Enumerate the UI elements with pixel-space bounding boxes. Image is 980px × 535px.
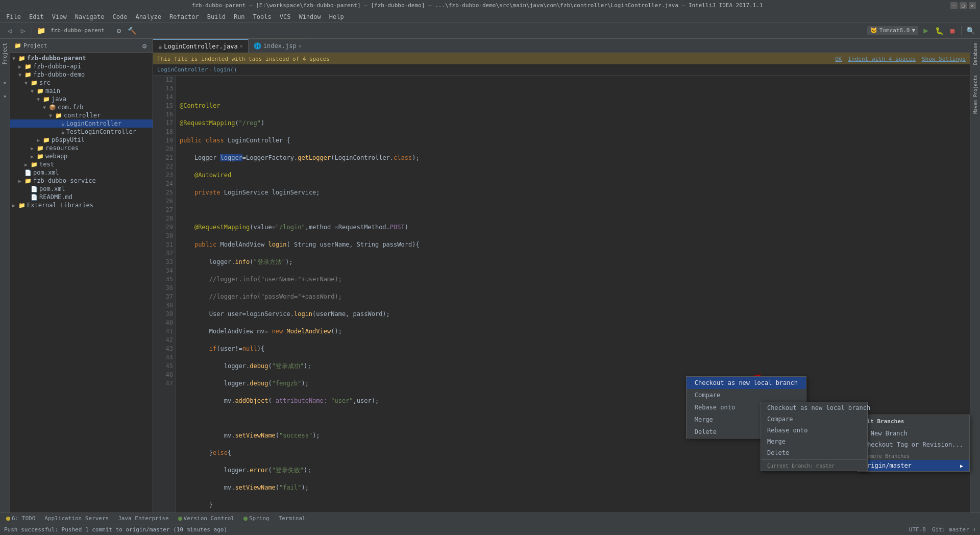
run-config-name: Tomcat8.0 xyxy=(879,27,910,34)
debug-button[interactable]: 🐛 xyxy=(934,25,945,36)
menu-build[interactable]: Build xyxy=(203,12,230,21)
tree-item-externallibraries[interactable]: ▶📁External Libraries xyxy=(10,201,153,209)
tree-arrow: ▼ xyxy=(37,96,43,102)
maven-icon[interactable]: Maven Projects xyxy=(972,73,979,116)
search-button[interactable]: 🔍 xyxy=(965,25,976,36)
breadcrumb-bar: LoginController › login() xyxy=(153,64,970,76)
tab-login-controller[interactable]: ☕ LoginController.java × xyxy=(153,39,249,53)
menu-code[interactable]: Code xyxy=(109,12,132,21)
menu-window[interactable]: Window xyxy=(295,12,325,21)
tree-label: TestLoginController xyxy=(66,128,136,135)
tree-item-fzb-dubbo-demo[interactable]: ▼📁fzb-dubbo-demo xyxy=(10,70,153,79)
app-servers-label: Application Servers xyxy=(44,515,109,522)
run-config[interactable]: 🐱 Tomcat8.0 ▼ xyxy=(867,26,918,35)
ok-button[interactable]: OK xyxy=(835,56,842,62)
java-enterprise-button[interactable]: Java Enterprise xyxy=(114,515,173,522)
tree-item-com.fzb[interactable]: ▼📦com.fzb xyxy=(10,103,153,111)
tree-item-readme.md[interactable]: 📄README.md xyxy=(10,193,153,201)
tree-label: fzb-dubbo-demo xyxy=(33,71,85,78)
project-icon: 📁 xyxy=(14,42,21,49)
back-button[interactable]: ◁ xyxy=(4,25,15,36)
show-settings-link[interactable]: Show Settings xyxy=(922,56,966,62)
warning-message: This file is indented with tabs instead … xyxy=(157,56,330,62)
tab-close2[interactable]: × xyxy=(299,43,302,49)
tree-item-logincontroller[interactable]: ☕LoginController xyxy=(10,119,153,128)
tree-item-java[interactable]: ▼📁java xyxy=(10,95,153,103)
tree-item-pom.xml[interactable]: 📄pom.xml xyxy=(10,185,153,193)
tree-arrow: ▼ xyxy=(12,56,18,61)
maximize-button[interactable]: □ xyxy=(960,2,967,9)
delete-sub[interactable]: Delete xyxy=(761,447,867,458)
minimize-button[interactable]: – xyxy=(950,2,958,9)
new-branch-item[interactable]: + New Branch xyxy=(857,427,969,439)
tree-item-fzb-dubbo-service[interactable]: ▶📁fzb-dubbo-service xyxy=(10,177,153,185)
title-text: fzb-dubbo-parent – [E:\workspace\fzb-dub… xyxy=(4,2,950,9)
editor-tabs: ☕ LoginController.java × 🌐 index.jsp × xyxy=(153,39,970,53)
ctx-checkout-new[interactable]: Checkout as new local branch xyxy=(687,377,806,389)
checkout-tag-item[interactable]: Checkout Tag or Revision... xyxy=(857,439,969,450)
tree-item-test[interactable]: ▶📁test xyxy=(10,160,153,168)
status-bar: Push successful: Pushed 1 commit to orig… xyxy=(0,524,980,535)
tree-item-main[interactable]: ▼📁main xyxy=(10,87,153,95)
tree-item-controller[interactable]: ▼📁controller xyxy=(10,111,153,119)
tree-item-fzb-dubbo-parent[interactable]: ▼📁fzb-dubbo-parent xyxy=(10,54,153,62)
breadcrumb-login-method[interactable]: login() xyxy=(213,66,237,73)
version-control-label: Version Control xyxy=(184,515,234,522)
project-panel-toggle[interactable]: Project xyxy=(1,41,9,66)
terminal-button[interactable]: Terminal xyxy=(275,515,310,522)
close-button[interactable]: × xyxy=(969,2,976,9)
indent-button[interactable]: Indent with 4 spaces xyxy=(848,56,915,62)
tree-item-fzb-dubbo-api[interactable]: ▶📁fzb-dubbo-api xyxy=(10,62,153,70)
tree-item-testlogincontroller[interactable]: ☕TestLoginController xyxy=(10,128,153,136)
tree-icon: 📁 xyxy=(18,202,26,209)
tree-icon: 📄 xyxy=(31,186,38,192)
menu-help[interactable]: Help xyxy=(325,12,348,21)
tree-item-pom.xml[interactable]: 📄pom.xml xyxy=(10,168,153,177)
settings-button[interactable]: ⚙ xyxy=(113,25,125,36)
tab-close[interactable]: × xyxy=(240,43,243,49)
menu-refactor[interactable]: Refactor xyxy=(165,12,203,21)
ctx-compare[interactable]: Compare xyxy=(687,389,806,401)
tree-item-webapp[interactable]: ▶📁webapp xyxy=(10,152,153,160)
tree-arrow: ▶ xyxy=(24,162,31,167)
menu-navigate[interactable]: Navigate xyxy=(71,12,109,21)
menu-edit[interactable]: Edit xyxy=(25,12,48,21)
terminal-label: Terminal xyxy=(279,515,306,522)
tab-index-jsp[interactable]: 🌐 index.jsp × xyxy=(249,39,307,53)
app-servers-button[interactable]: Application Servers xyxy=(40,515,113,522)
git-branch-label[interactable]: Git: master ↑ xyxy=(932,526,976,533)
compare-sub[interactable]: Compare xyxy=(761,414,867,425)
tree-item-resources[interactable]: ▶📁resources xyxy=(10,144,153,152)
menu-view[interactable]: View xyxy=(48,12,71,21)
origin-master-item[interactable]: origin/master ▶ xyxy=(857,460,969,471)
rebase-onto-sub[interactable]: Rebase onto xyxy=(761,425,867,436)
version-control-button[interactable]: Version Control xyxy=(174,515,238,522)
menu-tools[interactable]: Tools xyxy=(249,12,276,21)
encoding-label[interactable]: UTF-8 xyxy=(909,526,926,533)
tree-icon: ☕ xyxy=(61,120,65,127)
tab-label: LoginController.java xyxy=(164,43,238,50)
todo-button[interactable]: 6: TODO xyxy=(2,515,39,522)
tree-item-src[interactable]: ▼📁src xyxy=(10,79,153,87)
panel-settings[interactable]: ⚙ xyxy=(140,42,149,50)
tree-icon: 📁 xyxy=(37,88,44,94)
structure-button[interactable]: ≡ xyxy=(0,78,11,89)
tree-label: p6spyUtil xyxy=(52,136,85,143)
favorites-button[interactable]: ★ xyxy=(0,90,11,101)
menu-analyze[interactable]: Analyze xyxy=(131,12,165,21)
menu-vcs[interactable]: VCS xyxy=(276,12,295,21)
tab-icon2: 🌐 xyxy=(254,42,261,50)
menu-file[interactable]: File xyxy=(2,12,25,21)
run-button[interactable]: ▶ xyxy=(920,25,932,36)
build-button[interactable]: 🔨 xyxy=(127,25,138,36)
database-icon[interactable]: Database xyxy=(972,41,979,67)
stop-button[interactable]: ■ xyxy=(947,25,958,36)
spring-button[interactable]: Spring xyxy=(239,515,274,522)
breadcrumb-login-controller[interactable]: LoginController xyxy=(157,66,208,73)
menu-run[interactable]: Run xyxy=(230,12,249,21)
tree-item-p6spyutil[interactable]: ▶📁p6spyUtil xyxy=(10,136,153,144)
forward-button[interactable]: ▷ xyxy=(17,25,29,36)
merge-sub[interactable]: Merge xyxy=(761,436,867,447)
checkout-as-new-local[interactable]: Checkout as new local branch xyxy=(761,402,867,414)
tree-icon: 📄 xyxy=(31,194,38,201)
